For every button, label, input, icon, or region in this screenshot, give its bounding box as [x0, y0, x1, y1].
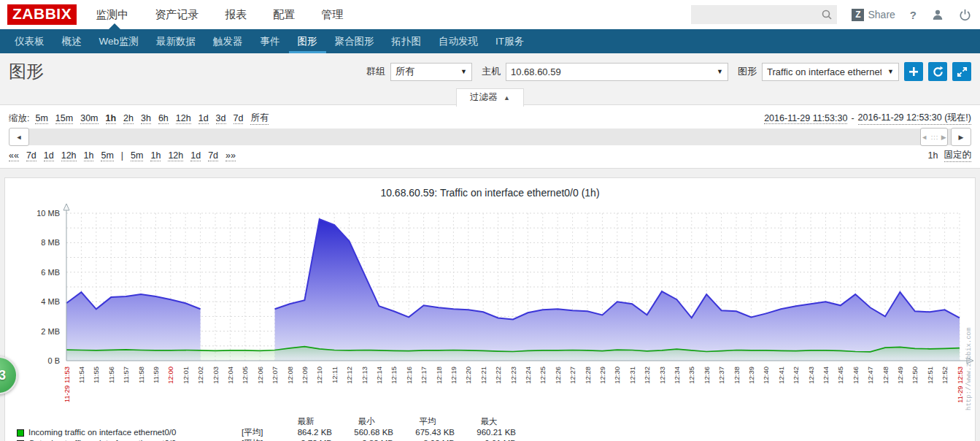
- svg-text:12:00: 12:00: [166, 367, 174, 384]
- filter-toggle-tab[interactable]: 过滤器 ▲: [456, 88, 524, 107]
- share-button[interactable]: Z Share: [852, 9, 895, 21]
- legend-col-header-2: 平均: [401, 416, 462, 427]
- zoom-option-12h[interactable]: 12h: [176, 113, 191, 124]
- zoom-option-1h[interactable]: 1h: [106, 113, 117, 124]
- shift-fwd-2[interactable]: 12h: [168, 150, 183, 161]
- svg-text:12:51: 12:51: [926, 367, 934, 384]
- svg-text:11:57: 11:57: [122, 367, 130, 383]
- shift-back-5[interactable]: 5m: [101, 150, 113, 161]
- shift-back-0[interactable]: ««: [9, 150, 19, 161]
- svg-text:12:50: 12:50: [911, 367, 919, 384]
- search-input[interactable]: [697, 9, 821, 21]
- subnav-item-1[interactable]: 概述: [53, 29, 90, 53]
- shift-separator: |: [121, 150, 123, 161]
- subnav-item-2[interactable]: Web监测: [90, 29, 148, 53]
- svg-text:12:12: 12:12: [345, 367, 353, 384]
- right-arrow-icon: ▶: [959, 134, 964, 141]
- chart-title: 10.68.60.59: Traffic on interface ethern…: [5, 184, 975, 200]
- subnav-item-8[interactable]: 拓扑图: [383, 29, 431, 53]
- zoom-option-30m[interactable]: 30m: [80, 113, 98, 124]
- logout-icon[interactable]: [959, 9, 971, 21]
- svg-text:11:54: 11:54: [77, 367, 85, 383]
- zoom-option-6h[interactable]: 6h: [158, 113, 169, 124]
- main-nav-item-4[interactable]: 管理: [321, 8, 343, 22]
- group-select[interactable]: 所有 ▼: [390, 63, 472, 81]
- user-profile-icon[interactable]: [931, 8, 944, 21]
- main-nav-item-1[interactable]: 资产记录: [155, 8, 198, 22]
- shift-fwd-5[interactable]: »»: [225, 150, 236, 161]
- shift-fwd-3[interactable]: 1d: [190, 150, 201, 161]
- range-start-link[interactable]: 2016-11-29 11:53:30: [764, 113, 847, 124]
- range-end-link[interactable]: 2016-11-29 12:53:30 (现在!): [858, 112, 971, 125]
- subnav-item-7[interactable]: 聚合图形: [326, 29, 383, 53]
- shift-back-2[interactable]: 1d: [44, 150, 54, 161]
- series-stat-3: 960.21 KB: [462, 427, 523, 438]
- shift-back-4[interactable]: 1h: [84, 150, 94, 161]
- fullscreen-button[interactable]: [952, 62, 971, 81]
- subnav-item-3[interactable]: 最新数据: [147, 29, 204, 53]
- main-nav-item-2[interactable]: 报表: [225, 8, 247, 22]
- subnav-item-6[interactable]: 图形: [289, 29, 326, 53]
- zoom-option-1d[interactable]: 1d: [198, 113, 209, 124]
- svg-text:4 MB: 4 MB: [41, 297, 60, 306]
- scroll-left-button[interactable]: ◄: [9, 128, 29, 146]
- svg-text:12:17: 12:17: [420, 367, 428, 384]
- zabbix-logo[interactable]: ZABBIX: [7, 4, 77, 25]
- legend-col-header-3: 最大: [462, 416, 523, 427]
- scroll-right-button[interactable]: ▶: [951, 128, 971, 146]
- fixed-toggle-link[interactable]: 固定的: [944, 149, 972, 162]
- shift-fwd-4[interactable]: 7d: [208, 150, 218, 161]
- refresh-button[interactable]: [928, 62, 947, 81]
- svg-text:12:01: 12:01: [182, 367, 190, 384]
- svg-text:12:25: 12:25: [539, 367, 547, 384]
- series-label: Outgoing traffic on interface ethernet0/…: [28, 438, 242, 441]
- zoom-option-15m[interactable]: 15m: [55, 113, 73, 124]
- shift-back-3[interactable]: 12h: [61, 150, 77, 161]
- scrollbar-handle[interactable]: ◄ ::: ▶: [920, 128, 948, 146]
- subnav-item-10[interactable]: IT服务: [487, 29, 533, 53]
- zoom-option-3h[interactable]: 3h: [141, 113, 151, 124]
- svg-text:12:40: 12:40: [762, 367, 770, 384]
- svg-text:12:16: 12:16: [405, 367, 413, 384]
- main-nav-item-0[interactable]: 监测中: [96, 8, 128, 22]
- zoom-option-3d[interactable]: 3d: [216, 113, 226, 124]
- svg-text:12:02: 12:02: [196, 367, 204, 384]
- graph-select[interactable]: Traffic on interface ethernet0/0 ▼: [762, 63, 899, 81]
- graph-panel: 10.68.60.59: Traffic on interface ethern…: [4, 177, 976, 441]
- time-scrollbar: ◄ ◄ ::: ▶ ▶: [9, 128, 971, 146]
- zoom-option-7d[interactable]: 7d: [234, 113, 244, 124]
- shift-fwd-0[interactable]: 5m: [131, 150, 143, 161]
- svg-text:12:07: 12:07: [271, 367, 279, 384]
- filter-tab-label: 过滤器: [470, 92, 498, 102]
- host-select[interactable]: 10.68.60.59 ▼: [506, 63, 728, 81]
- main-nav-item-3[interactable]: 配置: [273, 8, 295, 22]
- zoom-option-所有[interactable]: 所有: [250, 112, 269, 125]
- subnav-item-5[interactable]: 事件: [252, 29, 289, 53]
- svg-text:12:42: 12:42: [792, 367, 800, 384]
- search-icon[interactable]: [821, 9, 833, 20]
- watermark-text: http://www.zabbix.com: [965, 328, 973, 410]
- series-stat-0: 864.2 KB: [279, 427, 339, 438]
- page-title: 图形: [9, 60, 44, 83]
- zoom-option-5m[interactable]: 5m: [35, 113, 47, 124]
- chart-canvas[interactable]: 0 B2 MB4 MB6 MB8 MB10 MB11-29 11:5311:54…: [5, 200, 975, 416]
- svg-text:12:29: 12:29: [598, 367, 606, 384]
- zoom-option-2h[interactable]: 2h: [123, 113, 134, 124]
- chevron-down-icon: ▼: [887, 68, 894, 75]
- subnav-item-9[interactable]: 自动发现: [430, 29, 487, 53]
- subnav-item-4[interactable]: 触发器: [204, 29, 252, 53]
- series-stat-0: 2.72 MB: [279, 438, 339, 441]
- chevron-down-icon: ▼: [717, 68, 723, 75]
- add-graph-button[interactable]: [904, 62, 923, 81]
- filter-tab-row: 过滤器 ▲: [0, 88, 980, 104]
- svg-text:12:14: 12:14: [375, 367, 383, 384]
- range-separator: -: [851, 113, 854, 123]
- help-icon[interactable]: ?: [910, 9, 917, 21]
- shift-fwd-1[interactable]: 1h: [150, 150, 161, 161]
- svg-text:12:32: 12:32: [643, 367, 651, 384]
- shift-back-1[interactable]: 7d: [26, 150, 36, 161]
- svg-text:12:49: 12:49: [896, 367, 904, 384]
- series-stat-2: 675.43 KB: [401, 427, 462, 438]
- scrollbar-track[interactable]: [9, 129, 971, 145]
- subnav-item-0[interactable]: 仪表板: [6, 29, 53, 53]
